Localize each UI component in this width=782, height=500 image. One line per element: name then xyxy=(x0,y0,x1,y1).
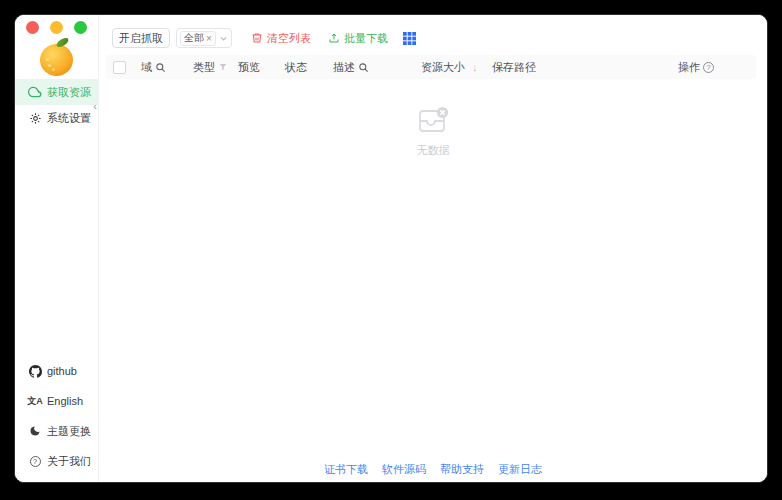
help-icon[interactable]: ? xyxy=(703,62,714,73)
sidebar-item-get-resources[interactable]: 获取资源 xyxy=(15,79,98,105)
column-domain: 域 xyxy=(141,55,166,79)
github-icon xyxy=(28,364,42,378)
footer-link-help[interactable]: 帮助支持 xyxy=(440,462,484,477)
zoom-window-button[interactable] xyxy=(74,21,87,34)
filter-tag: 全部 × xyxy=(180,31,216,46)
type-filter-select[interactable]: 全部 × xyxy=(176,28,232,48)
sidebar-item-label: github xyxy=(47,365,77,377)
toolbar: 开启抓取 全部 × 清空列表 批量下载 xyxy=(112,28,416,48)
table-header: 域 类型 预览 状态 描述 资源大小 ↓ 保存路径 xyxy=(106,55,756,79)
column-action: 操作 ? xyxy=(678,55,714,79)
minimize-window-button[interactable] xyxy=(50,21,63,34)
footer-links: 证书下载 软件源码 帮助支持 更新日志 xyxy=(99,462,767,477)
download-icon xyxy=(328,32,340,44)
search-icon[interactable] xyxy=(155,62,166,73)
footer-link-certificate[interactable]: 证书下载 xyxy=(324,462,368,477)
main-content: 开启抓取 全部 × 清空列表 批量下载 xyxy=(99,15,767,482)
moon-icon xyxy=(28,424,42,438)
search-icon[interactable] xyxy=(358,62,369,73)
column-description: 描述 xyxy=(333,55,369,79)
window-controls xyxy=(26,21,87,34)
cloud-icon xyxy=(28,85,42,99)
sidebar-item-label: 主题更换 xyxy=(47,424,91,439)
sort-descending-icon[interactable]: ↓ xyxy=(472,55,478,79)
sidebar-item-language[interactable]: 文A English xyxy=(15,392,98,410)
sidebar-collapse-handle[interactable]: ‹ xyxy=(93,101,97,111)
translate-icon: 文A xyxy=(28,394,42,408)
tag-close-icon[interactable]: × xyxy=(206,33,212,44)
sidebar-item-label: English xyxy=(47,395,83,407)
sidebar-item-about[interactable]: ? 关于我们 xyxy=(15,452,98,470)
gear-icon xyxy=(28,111,42,125)
footer-link-source-code[interactable]: 软件源码 xyxy=(382,462,426,477)
column-size: 资源大小 xyxy=(421,55,465,79)
sidebar-item-label: 关于我们 xyxy=(47,454,91,469)
sidebar-item-label: 获取资源 xyxy=(47,85,91,100)
column-preview: 预览 xyxy=(238,55,260,79)
sidebar-item-label: 系统设置 xyxy=(47,111,91,126)
sidebar-nav: 获取资源 系统设置 xyxy=(15,79,98,131)
column-type: 类型 xyxy=(193,55,228,79)
filter-icon[interactable] xyxy=(218,62,228,72)
sidebar-footer: github 文A English 主题更换 ? 关于我们 xyxy=(15,362,98,470)
app-window: 获取资源 系统设置 ‹ github 文A English xyxy=(14,14,768,483)
close-window-button[interactable] xyxy=(26,21,39,34)
trash-icon xyxy=(251,32,263,44)
question-circle-icon: ? xyxy=(28,454,42,468)
empty-state-text: 无数据 xyxy=(99,143,767,158)
select-all-checkbox[interactable] xyxy=(113,55,126,79)
grid-view-icon[interactable] xyxy=(403,32,416,45)
batch-download-button[interactable]: 批量下载 xyxy=(328,31,388,46)
sidebar: 获取资源 系统设置 ‹ github 文A English xyxy=(15,15,99,482)
footer-link-changelog[interactable]: 更新日志 xyxy=(498,462,542,477)
column-status: 状态 xyxy=(285,55,307,79)
empty-box-icon xyxy=(416,104,450,136)
clear-list-button[interactable]: 清空列表 xyxy=(251,31,311,46)
sidebar-item-github[interactable]: github xyxy=(15,362,98,380)
sidebar-item-system-settings[interactable]: 系统设置 xyxy=(15,105,98,131)
column-save-path: 保存路径 xyxy=(492,55,536,79)
empty-state: 无数据 xyxy=(99,104,767,158)
start-capture-button[interactable]: 开启抓取 xyxy=(112,28,170,48)
filter-tag-label: 全部 xyxy=(184,31,204,45)
app-logo-orange-icon xyxy=(15,41,98,79)
chevron-down-icon xyxy=(219,34,228,43)
sidebar-item-theme[interactable]: 主题更换 xyxy=(15,422,98,440)
